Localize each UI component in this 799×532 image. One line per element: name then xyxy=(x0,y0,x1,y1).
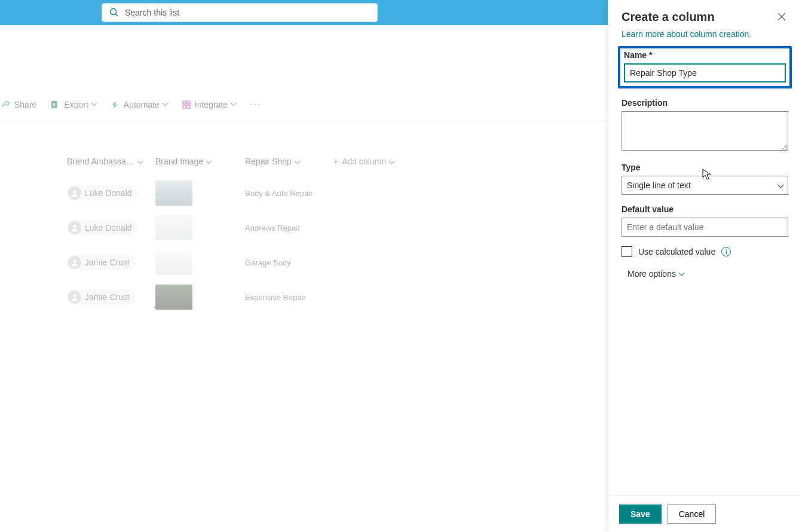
svg-rect-5 xyxy=(183,105,186,108)
chevron-down-icon xyxy=(138,157,142,166)
svg-rect-2 xyxy=(51,101,57,108)
export-label: Export xyxy=(64,100,88,109)
description-textarea[interactable] xyxy=(622,111,788,151)
svg-rect-3 xyxy=(183,101,186,104)
svg-point-8 xyxy=(73,225,76,228)
brand-image-thumb[interactable] xyxy=(155,250,192,275)
chevron-down-icon xyxy=(295,157,299,166)
integrate-icon xyxy=(182,100,191,109)
learn-more-link[interactable]: Learn more about column creation. xyxy=(622,29,788,39)
avatar xyxy=(68,186,81,200)
svg-point-9 xyxy=(73,259,76,262)
save-button[interactable]: Save xyxy=(619,505,662,524)
more-options-label: More options xyxy=(627,269,676,279)
brand-image-thumb[interactable] xyxy=(155,181,192,206)
add-column-label: Add column xyxy=(342,157,386,166)
share-icon xyxy=(1,100,11,109)
excel-icon xyxy=(51,100,60,109)
person-chip[interactable]: Luke Donald xyxy=(67,220,138,236)
svg-rect-6 xyxy=(187,105,190,108)
avatar xyxy=(68,291,81,304)
brand-image-thumb[interactable] xyxy=(155,215,192,240)
column-name-input[interactable] xyxy=(624,63,786,82)
search-icon xyxy=(109,8,119,17)
cancel-button[interactable]: Cancel xyxy=(668,505,717,524)
close-button[interactable] xyxy=(775,10,788,26)
type-value: Single line of text xyxy=(627,181,691,190)
calculated-value-label: Use calculated value xyxy=(638,247,715,256)
calculated-value-checkbox[interactable] xyxy=(622,246,632,257)
name-label: Name * xyxy=(624,50,786,60)
export-button[interactable]: Export xyxy=(50,97,97,112)
default-value-input[interactable] xyxy=(622,218,788,237)
svg-point-10 xyxy=(73,294,76,297)
save-label: Save xyxy=(630,509,650,519)
chevron-down-icon xyxy=(92,101,96,108)
column-header-brand-ambassador[interactable]: Brand Ambassa… xyxy=(67,157,155,166)
more-actions-button[interactable]: ··· xyxy=(249,97,262,112)
svg-point-0 xyxy=(111,9,117,15)
automate-label: Automate xyxy=(124,100,160,109)
panel-title: Create a column xyxy=(622,10,715,24)
person-chip[interactable]: Jamie Crust xyxy=(67,255,136,270)
column-label: Repair Shop xyxy=(245,157,292,166)
search-placeholder: Search this list xyxy=(125,8,179,17)
info-icon[interactable]: i xyxy=(721,247,731,256)
name-field-highlight: Name * xyxy=(618,46,792,88)
calculated-value-row: Use calculated value i xyxy=(622,246,788,257)
repair-shop-cell: Garage Body xyxy=(245,258,291,267)
person-name: Jamie Crust xyxy=(85,258,130,267)
create-column-panel: Create a column Learn more about column … xyxy=(608,0,799,532)
search-input[interactable]: Search this list xyxy=(102,3,378,22)
brand-image-thumb[interactable] xyxy=(155,285,192,310)
svg-line-1 xyxy=(116,14,118,17)
chevron-down-icon xyxy=(207,157,211,166)
repair-shop-cell: Expensive Repair xyxy=(245,293,306,302)
repair-shop-cell: Body & Auto Repair xyxy=(245,189,313,198)
column-header-brand-image[interactable]: Brand Image xyxy=(155,157,245,166)
person-name: Jamie Crust xyxy=(85,292,130,302)
type-label: Type xyxy=(622,163,788,172)
column-label: Brand Image xyxy=(155,157,203,166)
chevron-down-icon xyxy=(679,270,684,278)
avatar xyxy=(68,221,81,234)
share-label: Share xyxy=(14,100,36,109)
default-value-label: Default value xyxy=(622,204,788,214)
close-icon xyxy=(777,13,786,21)
panel-footer: Save Cancel xyxy=(608,496,799,532)
automate-button[interactable]: Automate xyxy=(109,97,169,112)
column-label: Brand Ambassa… xyxy=(67,157,134,166)
cancel-label: Cancel xyxy=(679,509,705,519)
person-chip[interactable]: Luke Donald xyxy=(67,185,138,201)
description-label: Description xyxy=(622,98,788,108)
plus-icon: + xyxy=(333,157,338,166)
integrate-button[interactable]: Integrate xyxy=(180,97,237,112)
chevron-down-icon xyxy=(390,157,394,166)
avatar xyxy=(68,256,81,269)
chevron-down-icon xyxy=(231,101,235,108)
more-options-toggle[interactable]: More options xyxy=(627,269,788,279)
chevron-down-icon xyxy=(163,101,167,108)
person-name: Luke Donald xyxy=(85,223,132,233)
chevron-down-icon xyxy=(779,181,783,190)
add-column-button[interactable]: + Add column xyxy=(333,157,394,166)
integrate-label: Integrate xyxy=(195,100,228,109)
svg-point-7 xyxy=(73,190,76,193)
person-name: Luke Donald xyxy=(85,188,132,198)
column-header-repair-shop[interactable]: Repair Shop xyxy=(245,157,333,166)
automate-icon xyxy=(111,100,120,109)
svg-rect-4 xyxy=(187,101,190,104)
person-chip[interactable]: Jamie Crust xyxy=(67,289,136,305)
share-button[interactable]: Share xyxy=(0,97,38,112)
repair-shop-cell: Andrews Repair xyxy=(245,224,301,233)
type-select[interactable]: Single line of text xyxy=(622,176,788,195)
